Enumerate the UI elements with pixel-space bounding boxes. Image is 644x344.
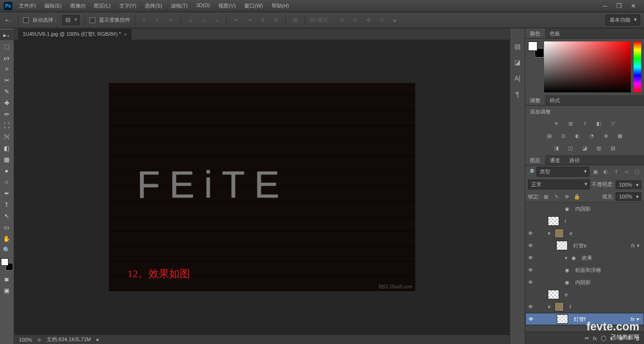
- pen-tool[interactable]: ✒: [0, 188, 13, 198]
- adjlayer-icon[interactable]: ◐: [610, 335, 615, 341]
- menu-image[interactable]: 图像(I): [70, 2, 85, 9]
- canvas[interactable]: FEiTE 12。效果如图 BBS.16xx8.com: [109, 83, 415, 291]
- minimize-button[interactable]: ─: [598, 2, 612, 10]
- layer-name[interactable]: f: [570, 304, 571, 310]
- filter-type-icon[interactable]: T: [612, 168, 620, 176]
- fx-icon[interactable]: fx: [593, 336, 597, 341]
- adj-selcolor-icon[interactable]: ▧: [608, 144, 618, 152]
- adj-lookup-icon[interactable]: ▦: [615, 131, 625, 140]
- tab-paths[interactable]: 路径: [565, 155, 585, 165]
- layer-name[interactable]: 内阴影: [575, 205, 591, 213]
- layer-name[interactable]: 斜面和浮雕: [575, 267, 601, 274]
- autoselect-type-select[interactable]: 组: [62, 15, 80, 25]
- layer-name[interactable]: 灯管f: [574, 316, 586, 323]
- lock-trans-icon[interactable]: ▦: [542, 193, 550, 200]
- fill-input[interactable]: 100%: [616, 192, 641, 201]
- visibility-icon[interactable]: 👁: [527, 230, 534, 236]
- filter-icon[interactable]: 🔎: [528, 169, 535, 175]
- showtransform-checkbox[interactable]: [90, 17, 95, 23]
- adj-hue-icon[interactable]: ▤: [545, 131, 554, 140]
- wand-tool[interactable]: ✧: [0, 64, 13, 74]
- trash-icon[interactable]: 🗑: [635, 336, 640, 341]
- adj-photo-icon[interactable]: ◔: [587, 131, 596, 140]
- tab-styles[interactable]: 样式: [545, 95, 565, 105]
- adj-brightness-icon[interactable]: ☀: [552, 119, 561, 128]
- zoom-level[interactable]: 100%: [19, 337, 32, 343]
- tab-swatches[interactable]: 色板: [545, 28, 565, 38]
- layer-row[interactable]: 👁▾f: [525, 301, 644, 313]
- gradient-tool[interactable]: ▦: [0, 154, 13, 164]
- screenmode-tool[interactable]: ▣: [0, 285, 13, 295]
- opacity-input[interactable]: 100%: [616, 180, 641, 189]
- blend-mode-select[interactable]: 正常: [528, 180, 590, 189]
- zoom-tool[interactable]: 🔍: [0, 245, 13, 255]
- autoselect-checkbox[interactable]: [23, 17, 29, 23]
- lock-all-icon[interactable]: 🔒: [573, 193, 581, 200]
- heal-tool[interactable]: ✚: [0, 98, 13, 108]
- layer-thumb[interactable]: [557, 314, 568, 324]
- filter-type-select[interactable]: 类型: [537, 167, 589, 177]
- layer-name[interactable]: e: [565, 292, 568, 297]
- adj-levels-icon[interactable]: ⊞: [566, 119, 575, 128]
- visibility-icon[interactable]: 👁: [527, 243, 534, 248]
- fgbg-swatch[interactable]: [1, 258, 13, 270]
- adj-exposure-icon[interactable]: ◧: [594, 119, 603, 128]
- layer-name[interactable]: 内阴影: [575, 279, 591, 286]
- fx-badge[interactable]: fx ▾: [631, 243, 639, 249]
- eyedropper-tool[interactable]: ✎: [0, 86, 13, 97]
- adj-bw-icon[interactable]: ◐: [573, 131, 582, 140]
- tab-color[interactable]: 颜色: [525, 28, 545, 38]
- hand-tool[interactable]: ✋: [0, 233, 13, 244]
- lock-paint-icon[interactable]: ✎: [552, 193, 561, 200]
- adj-poster-icon[interactable]: ◫: [566, 144, 575, 152]
- close-tab-icon[interactable]: ×: [124, 32, 127, 37]
- adj-thresh-icon[interactable]: ◪: [580, 144, 589, 152]
- history-brush-tool[interactable]: ℋ: [0, 131, 13, 142]
- adj-invert-icon[interactable]: ◨: [552, 144, 561, 152]
- rail-paragraph-icon[interactable]: ¶: [516, 90, 520, 98]
- adj-gradmap-icon[interactable]: ▥: [594, 144, 603, 152]
- visibility-icon[interactable]: 👁: [527, 255, 534, 261]
- layer-row[interactable]: i: [525, 215, 644, 227]
- menu-layer[interactable]: 图层(L): [94, 2, 110, 9]
- mask-icon[interactable]: ◯: [601, 335, 606, 341]
- menu-help[interactable]: 帮助(H): [272, 2, 289, 9]
- expand-icon[interactable]: ▾: [548, 230, 551, 237]
- newlayer-icon[interactable]: ⊞: [627, 335, 631, 341]
- menu-filter[interactable]: 滤镜(T): [171, 2, 188, 9]
- document-tab[interactable]: 1U45UV8-1.jpg @ 100% (灯管f, RGB/8#) * ×: [18, 29, 132, 40]
- type-tool[interactable]: T: [0, 199, 13, 210]
- expand-icon[interactable]: ▾: [548, 304, 551, 310]
- layer-row[interactable]: 👁◉斜面和浮雕: [525, 264, 644, 276]
- menu-type[interactable]: 文字(Y): [119, 2, 137, 9]
- rail-char-icon[interactable]: A|: [514, 74, 520, 82]
- hue-slider[interactable]: [634, 41, 641, 92]
- rail-history-icon[interactable]: ▤: [514, 42, 520, 50]
- fx-eye-icon[interactable]: ◉: [565, 279, 570, 286]
- menu-window[interactable]: 窗口(W): [244, 2, 263, 9]
- blur-tool[interactable]: ●: [0, 165, 13, 176]
- brush-tool[interactable]: ✏: [0, 109, 13, 119]
- layer-row[interactable]: 👁▾◉效果: [525, 252, 644, 264]
- workspace-select[interactable]: 基本功能: [605, 15, 640, 25]
- adj-mixer-icon[interactable]: ⊕: [601, 131, 611, 140]
- fx-badge[interactable]: fx ▾: [630, 316, 639, 322]
- visibility-icon[interactable]: 👁: [527, 279, 534, 285]
- layer-name[interactable]: e: [570, 230, 572, 236]
- filter-smart-icon[interactable]: ▢: [633, 168, 641, 176]
- stamp-tool[interactable]: ⛶: [0, 120, 13, 131]
- adj-balance-icon[interactable]: ⚖: [559, 131, 568, 140]
- filter-img-icon[interactable]: ▣: [591, 168, 600, 176]
- visibility-icon[interactable]: 👁: [527, 304, 534, 310]
- visibility-icon[interactable]: 👁: [528, 316, 534, 322]
- menu-file[interactable]: 文件(F): [19, 2, 36, 9]
- layer-list[interactable]: ◉内阴影i👁▾e👁灯管efx ▾👁▾◉效果👁◉斜面和浮雕👁◉内阴影e👁▾f👁灯管…: [525, 203, 644, 332]
- group-icon[interactable]: ▣: [619, 335, 623, 341]
- path-tool[interactable]: ↖: [0, 211, 13, 221]
- layer-name[interactable]: 灯管e: [573, 242, 586, 249]
- menu-view[interactable]: 视图(V): [218, 2, 236, 9]
- maximize-button[interactable]: ❐: [612, 2, 626, 10]
- move-tool[interactable]: ▸₊: [0, 30, 13, 40]
- dodge-tool[interactable]: ○: [0, 177, 13, 187]
- doc-info[interactable]: 文档:834.1K/5.71M: [47, 336, 91, 343]
